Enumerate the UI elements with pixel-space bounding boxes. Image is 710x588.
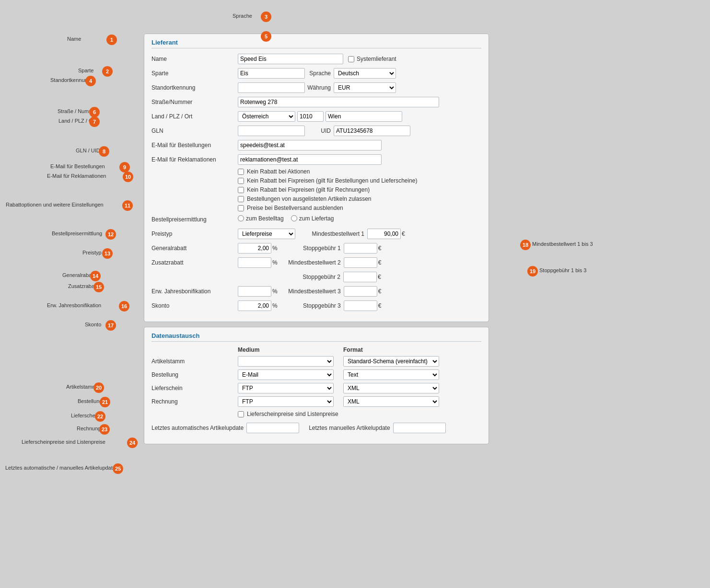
cb-preise-ausblenden[interactable]	[238, 205, 244, 211]
annot-1: 1	[106, 35, 117, 45]
stoppgebuehr3-input[interactable]	[344, 300, 377, 311]
annot-label-3: Sprache	[233, 13, 252, 19]
skonto-row: Skonto % Stoppgebühr 3 €	[151, 300, 481, 311]
annot-15: 15	[93, 282, 104, 292]
uid-input[interactable]	[334, 126, 410, 136]
generalrabatt-row: Generalrabatt % Stoppgebühr 1 €	[151, 242, 481, 254]
land-select[interactable]: Österreich Deutschland Schweiz	[238, 111, 295, 122]
stoppgebuehr2-row: Stoppgebühr 2 €	[151, 271, 481, 283]
email-reklamationen-input[interactable]	[238, 154, 382, 165]
radio-group: zum Bestelltag zum Liefertag	[238, 215, 341, 222]
da-format-header: Format	[343, 346, 449, 353]
da-header-empty	[151, 346, 238, 353]
preistyp-select[interactable]: Lieferpreise Listenpreise Einkaufspreise	[238, 229, 295, 239]
mindestbestellwert2-input[interactable]	[344, 257, 377, 268]
preistyp-row: Preistyp Lieferpreise Listenpreise Einka…	[151, 228, 481, 240]
email-bestellungen-row: E-Mail für Bestellungen	[151, 139, 481, 151]
annot-11: 11	[122, 200, 133, 211]
datenaustausch-section: Datenaustausch Medium Format Artikelstam…	[144, 327, 489, 444]
radio-liefertag[interactable]	[291, 215, 297, 221]
annot-label-21: Bestellung	[78, 398, 102, 404]
jahresbonifikation-input[interactable]	[238, 286, 271, 297]
lieferschein-row: Lieferschein E-Mail FTP XML Text Standar…	[151, 383, 481, 393]
auto-update-input[interactable]	[246, 423, 299, 433]
cb-listenpreise[interactable]	[238, 411, 244, 417]
cb-kein-rabatt-aktionen-row: Kein Rabatt bei Aktionen	[151, 168, 481, 175]
jahresbonifikation-row: Erw. Jahresbonifikation % Mindestbestell…	[151, 286, 481, 297]
zusatzrabatt-input[interactable]	[238, 257, 271, 268]
stoppgebuehr1-input[interactable]	[344, 243, 377, 254]
name-input[interactable]	[238, 54, 343, 64]
bestellpreisermittlung-row: Bestellpreisermittlung zum Bestelltag zu…	[151, 214, 481, 225]
bestellung-format-select[interactable]: Text XML Standard-Schema (vereinfacht)	[343, 369, 439, 380]
lieferschein-label: Lieferschein	[151, 385, 238, 392]
artikelstamm-medium-select[interactable]: E-Mail FTP	[238, 356, 334, 367]
bestellung-medium-select[interactable]: E-Mail FTP	[238, 369, 334, 380]
plz-input[interactable]	[297, 111, 324, 122]
annot-21: 21	[100, 397, 110, 407]
annot-16: 16	[119, 301, 129, 311]
annot-4: 4	[85, 76, 96, 86]
cb-fixpreisen-rechnungen[interactable]	[238, 187, 244, 193]
mindestbestellwert1-input[interactable]	[367, 229, 401, 239]
sparte-input[interactable]	[238, 68, 305, 79]
zusatzrabatt-label: Zusatzrabatt	[151, 259, 238, 266]
email-bestellungen-input[interactable]	[238, 140, 382, 150]
annot-5: 5	[261, 31, 271, 42]
annot-label-12: Bestellpreisermittlung	[52, 231, 102, 236]
annot-2: 2	[102, 66, 113, 77]
artikelstamm-format-select[interactable]: Standard-Schema (vereinfacht) XML Text	[343, 356, 439, 367]
annot-label-10: E-Mail für Reklamationen	[47, 173, 106, 179]
cb-fixpreisen-lieferscheine[interactable]	[238, 178, 244, 184]
waehrung-select[interactable]: EUR USD CHF	[334, 82, 396, 93]
bestellpreisermittlung-label: Bestellpreisermittlung	[151, 216, 238, 223]
waehrung-label: Währung	[305, 84, 334, 91]
systemlieferant-checkbox[interactable]	[348, 56, 354, 62]
manuell-update-input[interactable]	[393, 423, 446, 433]
sprache-select[interactable]: Deutsch Englisch Französisch	[334, 68, 396, 79]
radio-bestelltag[interactable]	[238, 215, 244, 221]
annot-label-13: Preistyp	[82, 250, 102, 255]
annot-12: 12	[105, 229, 116, 240]
annot-label-19: Stoppgebühr 1 bis 3	[539, 267, 586, 273]
mindestbestellwert2-suffix: €	[378, 259, 382, 266]
skonto-input[interactable]	[238, 300, 271, 311]
standortkennung-input[interactable]	[238, 82, 305, 93]
stoppgebuehr2-input[interactable]	[343, 272, 377, 282]
manuell-update-label: Letztes manuelles Artikelupdate	[309, 425, 390, 431]
annot-7: 7	[89, 116, 100, 127]
bestellung-label: Bestellung	[151, 371, 238, 378]
preistyp-label: Preistyp	[151, 231, 238, 237]
annot-18: 18	[520, 240, 531, 250]
annot-label-4: Standortkennung	[50, 77, 91, 83]
mindestbestellwert3-input[interactable]	[344, 286, 377, 297]
cb-fixpreisen-lieferscheine-label: Kein Rabatt bei Fixpreisen (gilt für Bes…	[247, 177, 418, 184]
radio-liefertag-label: zum Liefertag	[299, 215, 334, 222]
gln-row: GLN UID	[151, 125, 481, 137]
lieferant-title: Lieferant	[151, 39, 481, 48]
cb-ausgelistete[interactable]	[238, 196, 244, 202]
lieferschein-format-select[interactable]: XML Text Standard-Schema (vereinfacht)	[343, 383, 439, 393]
auto-update-label: Letztes automatisches Artikelupdate	[151, 425, 244, 431]
annot-19: 19	[527, 266, 538, 277]
annot-13: 13	[102, 248, 113, 259]
gln-input[interactable]	[238, 126, 305, 136]
ort-input[interactable]	[326, 111, 402, 122]
name-row: Name Systemlieferant	[151, 53, 481, 65]
bestellung-row: Bestellung E-Mail FTP Text XML Standard-…	[151, 369, 481, 380]
rechnung-format-select[interactable]: XML Text Standard-Schema (vereinfacht)	[343, 396, 439, 407]
cb-listenpreise-label: Lieferscheinpreise sind Listenpreise	[247, 411, 338, 417]
cb-kein-rabatt-aktionen[interactable]	[238, 169, 244, 175]
uid-label: UID	[305, 127, 334, 134]
sparte-row: Sparte Sprache Deutsch Englisch Französi…	[151, 68, 481, 79]
skonto-label: Skonto	[151, 302, 238, 309]
rechnung-medium-select[interactable]: E-Mail FTP	[238, 396, 334, 407]
annot-label-16: Erw. Jahresbonifikation	[47, 302, 101, 308]
auto-update-group: Letztes automatisches Artikelupdate	[151, 423, 299, 433]
generalrabatt-input[interactable]	[238, 243, 271, 254]
strasse-input[interactable]	[238, 97, 439, 107]
lieferschein-medium-select[interactable]: E-Mail FTP	[238, 383, 334, 393]
annot-10: 10	[123, 172, 133, 182]
artikelstamm-label: Artikelstamm	[151, 358, 238, 365]
email-reklamationen-row: E-Mail für Reklamationen	[151, 154, 481, 165]
